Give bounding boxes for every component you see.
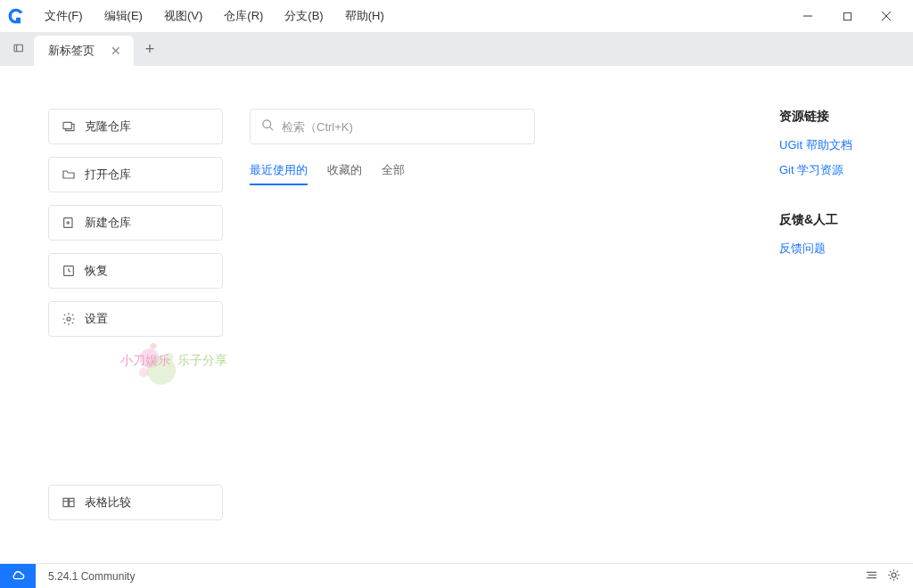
status-bar: 5.24.1 Community: [0, 563, 913, 588]
compare-label: 表格比较: [85, 494, 131, 510]
search-box[interactable]: [250, 109, 535, 144]
compare-button[interactable]: 表格比较: [48, 485, 223, 520]
svg-line-33: [897, 571, 898, 572]
filter-favorites[interactable]: 收藏的: [327, 162, 362, 185]
theme-icon[interactable]: [887, 568, 901, 584]
filter-recent[interactable]: 最近使用的: [250, 162, 308, 185]
tab-bar: 新标签页 ✕ +: [0, 32, 913, 66]
svg-line-16: [269, 127, 273, 130]
compare-icon: [62, 495, 76, 510]
svg-line-32: [890, 577, 891, 578]
help-doc-link[interactable]: UGit 帮助文档: [779, 137, 886, 153]
svg-rect-1: [843, 12, 851, 20]
git-learn-link[interactable]: Git 学习资源: [779, 162, 886, 178]
tab-label: 新标签页: [48, 43, 95, 59]
open-repo-button[interactable]: 打开仓库: [48, 157, 223, 192]
menu-branch[interactable]: 分支(B): [276, 4, 332, 28]
clone-label: 克隆仓库: [85, 118, 131, 135]
menu-view[interactable]: 视图(V): [155, 4, 211, 28]
maximize-button[interactable]: [827, 0, 867, 32]
settings-label: 设置: [85, 311, 108, 327]
new-repo-icon: [62, 216, 76, 230]
folder-icon: [62, 167, 76, 182]
center-column: 最近使用的 收藏的 全部: [230, 109, 779, 563]
right-column: 资源链接 UGit 帮助文档 Git 学习资源 反馈&人工 反馈问题: [779, 109, 913, 563]
svg-rect-12: [70, 498, 74, 506]
restore-button[interactable]: 恢复: [48, 253, 223, 289]
svg-rect-11: [63, 498, 68, 506]
svg-point-10: [67, 317, 70, 321]
search-input[interactable]: [282, 120, 523, 134]
left-column: 克隆仓库 打开仓库 新建仓库 恢复 设置: [0, 109, 230, 563]
restore-icon: [62, 264, 76, 278]
svg-line-31: [897, 577, 898, 578]
open-label: 打开仓库: [85, 167, 131, 183]
menu-items: 文件(F) 编辑(E) 视图(V) 仓库(R) 分支(B) 帮助(H): [36, 4, 393, 28]
filter-tabs: 最近使用的 收藏的 全部: [250, 162, 744, 185]
filter-all[interactable]: 全部: [382, 162, 405, 185]
home-tab-icon[interactable]: [5, 32, 34, 66]
menu-edit[interactable]: 编辑(E): [95, 4, 152, 28]
version-text: 5.24.1 Community: [48, 570, 135, 583]
minimize-button[interactable]: [788, 0, 827, 32]
menu-help[interactable]: 帮助(H): [336, 4, 393, 28]
cloud-status-icon[interactable]: [0, 564, 36, 589]
close-button[interactable]: [867, 0, 906, 32]
menu-repo[interactable]: 仓库(R): [215, 4, 272, 28]
settings-button[interactable]: 设置: [48, 301, 223, 337]
tab-close-icon[interactable]: ✕: [111, 45, 121, 57]
window-controls: [788, 0, 906, 32]
gear-icon: [62, 312, 76, 326]
clone-icon: [62, 119, 76, 134]
status-right: [865, 568, 913, 584]
svg-point-25: [892, 573, 896, 577]
svg-line-30: [890, 571, 891, 572]
app-logo: [7, 7, 25, 25]
tab-add-button[interactable]: +: [134, 32, 166, 66]
new-label: 新建仓库: [85, 215, 131, 231]
feedback-link[interactable]: 反馈问题: [779, 241, 886, 257]
tab-newpage[interactable]: 新标签页 ✕: [34, 36, 134, 66]
svg-rect-5: [63, 122, 71, 128]
search-icon: [261, 118, 275, 135]
clone-repo-button[interactable]: 克隆仓库: [48, 109, 223, 144]
restore-label: 恢复: [85, 263, 108, 279]
svg-point-15: [263, 119, 271, 127]
resources-title: 资源链接: [779, 109, 886, 125]
feedback-title: 反馈&人工: [779, 212, 886, 228]
list-icon[interactable]: [865, 568, 878, 584]
menu-file[interactable]: 文件(F): [36, 4, 92, 28]
main-content: 克隆仓库 打开仓库 新建仓库 恢复 设置: [0, 66, 913, 563]
menu-bar: 文件(F) 编辑(E) 视图(V) 仓库(R) 分支(B) 帮助(H): [0, 0, 913, 32]
new-repo-button[interactable]: 新建仓库: [48, 205, 223, 241]
